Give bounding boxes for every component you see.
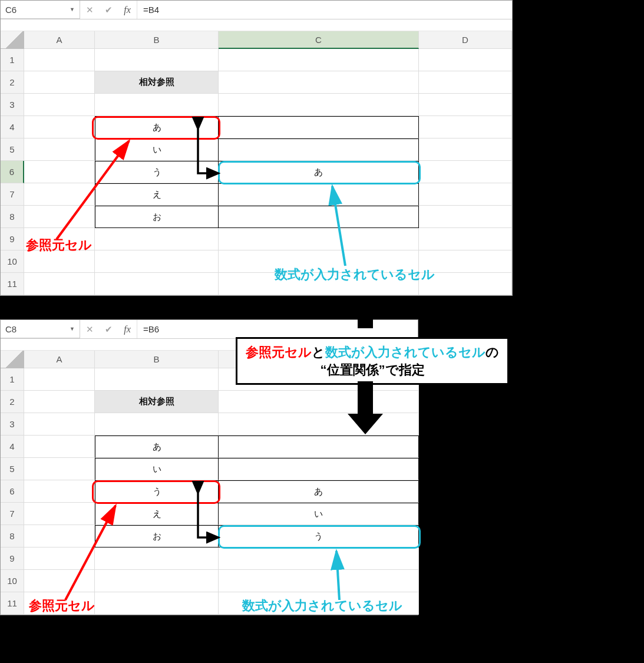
row-header[interactable]: 8	[1, 525, 24, 547]
cell[interactable]	[95, 94, 219, 116]
insert-function-button[interactable]: fx	[118, 320, 137, 338]
cell[interactable]	[95, 570, 219, 592]
cell[interactable]	[219, 94, 419, 116]
col-header-c[interactable]: C	[219, 31, 419, 49]
cell[interactable]: お	[95, 525, 219, 547]
select-all-corner[interactable]	[1, 31, 24, 49]
row-header[interactable]: 7	[1, 183, 24, 206]
row-header[interactable]: 6	[1, 161, 24, 183]
row-header[interactable]: 9	[1, 228, 24, 250]
cell[interactable]	[24, 116, 95, 138]
col-header-b[interactable]: B	[95, 31, 219, 49]
row-header[interactable]: 11	[1, 273, 24, 295]
cell[interactable]	[95, 273, 219, 295]
cell[interactable]	[419, 250, 512, 273]
cell-title[interactable]: 相対参照	[95, 391, 219, 413]
row-header[interactable]: 5	[1, 138, 24, 161]
cell[interactable]	[24, 94, 95, 116]
name-box[interactable]: C6 ▼	[1, 1, 80, 19]
spreadsheet-grid-top[interactable]: A B C D 1 2 相対参照 3 4 あ 5 い 6	[1, 31, 512, 295]
cell[interactable]	[95, 592, 219, 615]
row-header[interactable]: 3	[1, 413, 24, 436]
cell[interactable]	[419, 94, 512, 116]
cell[interactable]	[24, 570, 95, 592]
cell[interactable]	[219, 273, 419, 295]
cell[interactable]: あ	[95, 436, 219, 458]
cell[interactable]: い	[95, 138, 219, 161]
cell[interactable]	[219, 570, 419, 592]
cell[interactable]	[419, 206, 512, 228]
cell[interactable]	[419, 161, 512, 183]
cell[interactable]	[219, 592, 419, 615]
cell[interactable]: お	[95, 206, 219, 228]
cell[interactable]	[24, 71, 95, 94]
row-header[interactable]: 6	[1, 480, 24, 503]
cell[interactable]: う	[95, 161, 219, 183]
cell[interactable]	[24, 436, 95, 458]
formula-enter-button[interactable]: ✔	[99, 320, 118, 338]
select-all-corner[interactable]	[1, 351, 24, 368]
row-header[interactable]: 7	[1, 503, 24, 525]
cell[interactable]	[24, 183, 95, 206]
cell[interactable]	[419, 71, 512, 94]
cell[interactable]	[219, 206, 419, 228]
cell[interactable]	[24, 480, 95, 503]
cell[interactable]	[95, 413, 219, 436]
formula-enter-button[interactable]: ✔	[99, 1, 118, 19]
row-header[interactable]: 11	[1, 592, 24, 615]
cell[interactable]	[419, 273, 512, 295]
cell-title[interactable]: 相対参照	[95, 71, 219, 94]
cell[interactable]	[24, 391, 95, 413]
cell[interactable]	[24, 206, 95, 228]
cell[interactable]: い	[219, 503, 419, 525]
row-header[interactable]: 1	[1, 368, 24, 391]
cell[interactable]	[419, 183, 512, 206]
cell[interactable]	[219, 250, 419, 273]
cell[interactable]: う	[219, 525, 419, 547]
col-header-b[interactable]: B	[95, 351, 219, 368]
cell[interactable]	[219, 391, 419, 413]
cell[interactable]	[219, 547, 419, 570]
cell[interactable]: え	[95, 183, 219, 206]
row-header[interactable]: 8	[1, 206, 24, 228]
row-header[interactable]: 4	[1, 436, 24, 458]
cell[interactable]	[419, 49, 512, 71]
cell[interactable]: い	[95, 458, 219, 480]
cell[interactable]	[24, 525, 95, 547]
spreadsheet-grid-bottom[interactable]: A B 1 2 相対参照 3 4 あ 5 い 6 う あ 7 え	[1, 351, 418, 615]
row-header[interactable]: 4	[1, 116, 24, 138]
cell[interactable]	[24, 228, 95, 250]
cell[interactable]	[24, 49, 95, 71]
cell[interactable]	[95, 368, 219, 391]
row-header[interactable]: 10	[1, 570, 24, 592]
cell[interactable]	[95, 250, 219, 273]
cell[interactable]	[24, 250, 95, 273]
col-header-a[interactable]: A	[24, 351, 95, 368]
col-header-d[interactable]: D	[419, 31, 512, 49]
cell[interactable]	[219, 413, 419, 436]
cell[interactable]	[95, 49, 219, 71]
cell[interactable]	[24, 503, 95, 525]
formula-cancel-button[interactable]: ✕	[80, 320, 99, 338]
cell[interactable]	[24, 592, 95, 615]
row-header[interactable]: 3	[1, 94, 24, 116]
cell[interactable]	[219, 436, 419, 458]
cell[interactable]	[219, 228, 419, 250]
formula-cancel-button[interactable]: ✕	[80, 1, 99, 19]
cell[interactable]	[219, 183, 419, 206]
cell[interactable]	[219, 49, 419, 71]
formula-input[interactable]: =B6	[137, 320, 418, 338]
cell-selected[interactable]: あ	[219, 161, 419, 183]
row-header[interactable]: 1	[1, 49, 24, 71]
cell[interactable]	[24, 368, 95, 391]
cell[interactable]: あ	[95, 116, 219, 138]
row-header[interactable]: 5	[1, 458, 24, 480]
row-header[interactable]: 2	[1, 71, 24, 94]
cell[interactable]	[24, 273, 95, 295]
cell[interactable]	[219, 458, 419, 480]
cell[interactable]	[419, 116, 512, 138]
cell[interactable]	[419, 138, 512, 161]
row-header[interactable]: 10	[1, 250, 24, 273]
cell[interactable]	[419, 228, 512, 250]
col-header-a[interactable]: A	[24, 31, 95, 49]
